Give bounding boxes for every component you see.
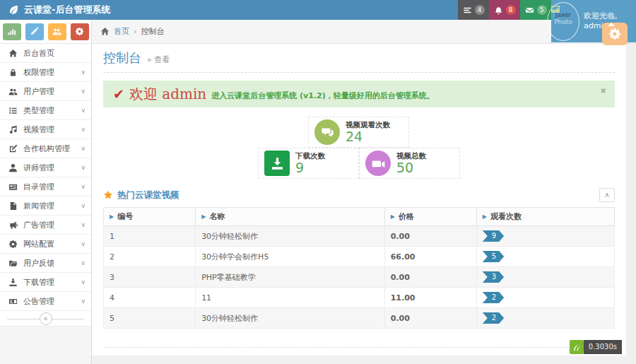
chevron-down-icon [81, 298, 86, 305]
quick-users-button[interactable] [48, 23, 66, 40]
cell-name: 30分钟轻松制作 [196, 308, 385, 329]
stat-value: 50 [396, 160, 413, 175]
pencil-icon [30, 27, 39, 36]
sidebar-item[interactable]: 下载管理 [0, 273, 91, 292]
home-icon [100, 27, 110, 36]
quick-edit-button[interactable] [25, 23, 44, 40]
sidebar-item[interactable]: 后台首页 [0, 44, 91, 63]
chevron-down-icon [81, 126, 86, 133]
sidebar-item[interactable]: 用户反馈 [0, 254, 91, 273]
views-badge: 5 [483, 251, 504, 262]
collapse-left-icon [40, 312, 52, 325]
avatar: Jaxer Photo [547, 2, 579, 41]
quick-stats-button[interactable] [3, 23, 21, 40]
column-header-price[interactable]: 价格 [384, 208, 476, 226]
sidebar-item-label: 用户反馈 [23, 258, 75, 269]
thinkphp-logo [570, 340, 584, 354]
breadcrumb-home-link[interactable]: 首页 [114, 26, 129, 37]
hot-videos-panel-header: 热门云课堂视频 [103, 188, 615, 207]
sidebar-collapse-toggle[interactable] [0, 311, 91, 327]
music-icon [8, 125, 18, 134]
sidebar-item-label: 网站配置 [23, 239, 75, 249]
collapse-panel-button[interactable] [599, 188, 615, 202]
quick-buttons [0, 20, 92, 44]
column-header-id[interactable]: 编号 [104, 208, 196, 226]
welcome-banner: ✔ 欢迎 admin 进入云课堂后台管理系统 (v1.2)，轻量级好用的后台管理… [103, 81, 615, 107]
stat-total-videos: 视频总数 50 [359, 148, 460, 179]
cell-id: 2 [104, 247, 196, 267]
hot-videos-table: 编号 名称 价格 观看次数 1 30分钟轻松制作 0.00 9 2 [103, 207, 615, 329]
sidebar-item[interactable]: 新闻管理 [0, 196, 91, 216]
leaf-icon [8, 5, 18, 15]
stat-value: 24 [346, 129, 363, 144]
sidebar-item-label: 广告管理 [23, 220, 75, 230]
sidebar-item-label: 讲师管理 [23, 163, 75, 173]
sidebar-item[interactable]: 公告管理 [0, 292, 91, 311]
newspaper-icon [8, 182, 18, 192]
app-title: 云课堂-后台管理系统 [24, 4, 110, 16]
table-header-row: 编号 名称 价格 观看次数 [104, 208, 615, 226]
download-icon [271, 157, 284, 170]
envelope-icon [525, 6, 534, 15]
sidebar-item[interactable]: 广告管理 [0, 216, 91, 235]
cell-name: PHP零基础教学 [196, 267, 385, 288]
quick-settings-button[interactable] [71, 23, 89, 40]
bell-icon [494, 6, 503, 15]
column-header-name[interactable]: 名称 [196, 208, 385, 226]
sidebar-item[interactable]: 网站配置 [0, 235, 91, 254]
lock-icon [8, 68, 18, 77]
panel-footer-divider [103, 347, 615, 348]
top-header-bar: 云课堂-后台管理系统 4 8 5 [0, 0, 636, 20]
avatar-alt-text: Photo [548, 18, 579, 25]
video-camera-icon [372, 157, 385, 170]
sidebar-item[interactable]: 用户管理 [0, 82, 91, 101]
page-subtitle: » 查看 [147, 54, 170, 65]
cell-price: 0.00 [384, 267, 476, 288]
cell-name: 11 [196, 288, 385, 308]
chevron-down-icon [81, 240, 86, 247]
check-icon: ✔ [113, 88, 124, 101]
sidebar-item-label: 公告管理 [23, 296, 75, 307]
app-brand: 云课堂-后台管理系统 [0, 4, 110, 16]
edit-icon [8, 144, 18, 153]
sidebar-item[interactable]: 类型管理 [0, 101, 91, 120]
cell-price: 11.00 [384, 288, 476, 308]
column-header-views[interactable]: 观看次数 [476, 208, 614, 226]
notifications-button[interactable]: 8 [489, 0, 520, 20]
gear-icon [608, 28, 621, 40]
chevron-down-icon [81, 183, 86, 190]
sidebar-item-label: 后台首页 [23, 48, 86, 59]
notifications-badge: 8 [506, 5, 516, 15]
download-icon [8, 278, 18, 287]
sidebar-item-label: 合作机构管理 [23, 143, 75, 154]
sidebar-item[interactable]: 合作机构管理 [0, 139, 91, 158]
sidebar-item-label: 视频管理 [23, 124, 75, 135]
close-icon[interactable] [601, 87, 606, 95]
users-icon [52, 27, 61, 36]
sidebar-item[interactable]: 视频管理 [0, 120, 91, 139]
broken-image-icon [551, 6, 560, 13]
cell-price: 66.00 [384, 247, 476, 267]
settings-flyout-button[interactable] [602, 23, 628, 45]
chevron-down-icon [81, 202, 86, 209]
sidebar-item[interactable]: 权限管理 [0, 63, 91, 82]
table-row: 4 11 11.00 2 [104, 288, 615, 308]
sidebar-item-label: 权限管理 [23, 67, 75, 78]
sidebar-item[interactable]: 讲师管理 [0, 158, 91, 177]
bullhorn-icon [8, 221, 18, 230]
chart-bars-icon [7, 27, 16, 36]
gears-icon [8, 240, 18, 249]
page-title: 控制台 [103, 50, 141, 66]
tasks-icon [463, 6, 472, 15]
sidebar-item-label: 下载管理 [23, 277, 75, 288]
home-icon [8, 49, 18, 58]
tasks-button[interactable]: 4 [458, 0, 489, 20]
chevron-down-icon [81, 107, 86, 114]
gears-icon [75, 27, 84, 36]
views-badge: 2 [483, 312, 504, 324]
list-icon [8, 106, 18, 115]
table-row: 3 PHP零基础教学 0.00 3 [104, 267, 615, 288]
messages-button[interactable]: 5 [520, 0, 551, 20]
sidebar-item[interactable]: 目录管理 [0, 177, 91, 196]
chevron-down-icon [81, 221, 86, 228]
